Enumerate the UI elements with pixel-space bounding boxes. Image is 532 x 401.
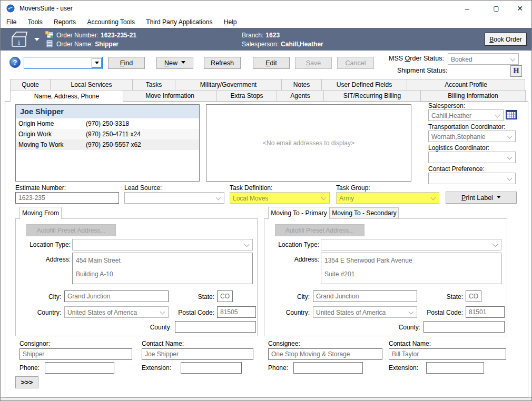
country-combo[interactable]: United States of America: [64, 306, 169, 318]
tab-sit-recurring-billing[interactable]: SIT/Recurring Billing: [323, 90, 421, 101]
close-button[interactable]: ✕: [508, 1, 532, 16]
tab-user-defined-fields[interactable]: User Defined Fields: [321, 79, 407, 90]
menu-tools[interactable]: Tools: [23, 16, 47, 28]
email-empty-placeholder: <No email addresses to display>: [263, 139, 354, 147]
address-label: Address:: [264, 256, 319, 263]
menu-help[interactable]: Help: [219, 16, 242, 28]
menu-reports[interactable]: Reports: [49, 16, 81, 28]
transportation-coordinator-combo[interactable]: Wornath,Stephanie: [428, 131, 516, 142]
country-label: Country:: [264, 309, 310, 316]
tab-name-address-phone[interactable]: Name, Address, Phone: [10, 90, 123, 102]
book-order-button[interactable]: Book Order: [485, 33, 527, 46]
expand-button[interactable]: >>>: [15, 376, 38, 388]
consignee-input[interactable]: [268, 348, 382, 360]
county-input[interactable]: [423, 321, 505, 333]
address-textarea[interactable]: 1354 E Sherwood Park Avenue Suite #201: [321, 253, 501, 284]
lead-source-combo[interactable]: [124, 192, 224, 204]
chevron-down-icon: [431, 195, 436, 200]
help-icon[interactable]: ?: [9, 57, 21, 68]
contact-preference-combo[interactable]: [428, 173, 516, 184]
triangle-down-icon: [181, 61, 185, 66]
branch-label: Branch:: [242, 32, 263, 39]
city-input[interactable]: [64, 290, 169, 302]
menu-accounting-tools[interactable]: Accounting Tools: [82, 16, 140, 28]
consignee-contact-name-input[interactable]: [389, 348, 506, 360]
country-combo[interactable]: United States of America: [313, 306, 417, 318]
state-input[interactable]: [217, 290, 233, 302]
estimate-number-label: Estimate Number:: [15, 184, 66, 192]
tab-tasks[interactable]: Tasks: [132, 79, 175, 90]
refresh-button[interactable]: Refresh: [204, 57, 241, 69]
order-name-label: Order Name:: [56, 41, 93, 48]
county-label: County:: [385, 324, 420, 331]
search-dropdown-button[interactable]: [92, 58, 102, 68]
country-label: Country:: [16, 309, 61, 316]
tab-agents[interactable]: Agents: [277, 90, 324, 101]
tab-local-services[interactable]: Local Services: [50, 79, 133, 90]
consignor-input[interactable]: [19, 348, 132, 360]
state-input[interactable]: [466, 290, 481, 302]
moving-from-group: Autofill Preset Address... Location Type…: [15, 218, 258, 336]
phone-row[interactable]: Moving To Work(970) 250-5557 x62: [16, 139, 199, 150]
consignee-extension-label: Extension:: [389, 364, 418, 372]
order-info-icon[interactable]: i: [9, 31, 31, 49]
postal-code-input[interactable]: [466, 306, 505, 318]
estimate-number-input[interactable]: [15, 192, 119, 204]
order-menu-caret-icon[interactable]: [34, 38, 40, 44]
tab-moving-to-primary[interactable]: Moving To - Primary: [268, 207, 330, 219]
tab-account-profile[interactable]: Account Profile: [407, 79, 525, 90]
calendar-icon[interactable]: [506, 110, 517, 121]
tab-moving-from[interactable]: Moving From: [19, 207, 62, 219]
postal-code-input[interactable]: [217, 306, 256, 318]
maximize-button[interactable]: ▢: [484, 1, 508, 16]
autofill-preset-address-button[interactable]: Autofill Preset Address...: [275, 224, 364, 236]
tab-move-information[interactable]: Move Information: [123, 90, 217, 101]
menu-file[interactable]: File: [2, 16, 21, 28]
homesafe-button[interactable]: H: [510, 65, 522, 77]
shipment-status-label: Shipment Status:: [397, 67, 447, 74]
edit-button[interactable]: Edit: [253, 57, 290, 69]
order-search-combo[interactable]: [24, 57, 103, 69]
minimize-button[interactable]: –: [455, 1, 479, 16]
moving-to-group: Autofill Preset Address... Location Type…: [264, 218, 507, 336]
tab-quote[interactable]: Quote: [10, 79, 51, 90]
tab-notes[interactable]: Notes: [281, 79, 322, 90]
consignee-extension-input[interactable]: [426, 362, 484, 374]
save-button[interactable]: Save: [295, 57, 332, 69]
menu-third-party-applications[interactable]: Third Party Applications: [141, 16, 217, 28]
consignee-phone-input[interactable]: [293, 362, 363, 374]
print-label-button[interactable]: Print Label: [446, 192, 517, 204]
mss-order-status-combo[interactable]: Booked: [448, 53, 519, 65]
task-definition-label: Task Definition:: [230, 184, 272, 192]
location-type-combo[interactable]: [72, 239, 253, 250]
tab-billing-information[interactable]: Billing Information: [420, 90, 526, 101]
task-definition-combo[interactable]: Local Moves: [230, 192, 330, 204]
phone-row[interactable]: Origin Home(970) 250-3318: [16, 118, 199, 129]
status-strip: [1, 397, 531, 401]
salesperson-combo[interactable]: Cahill,Heather: [428, 109, 504, 121]
state-label: State:: [185, 293, 214, 300]
new-button[interactable]: New: [156, 57, 193, 69]
tab-moving-to-secondary[interactable]: Moving To - Secondary: [330, 207, 399, 218]
tab-military-government[interactable]: Military/Government: [175, 79, 282, 90]
order-name-value: Shipper: [95, 41, 119, 48]
consignee-phone-label: Phone:: [268, 364, 288, 372]
address-textarea[interactable]: 454 Main Street Building A-10: [72, 253, 253, 284]
city-input[interactable]: [313, 290, 417, 302]
consignor-extension-input[interactable]: [181, 362, 242, 374]
tab-extra-stops[interactable]: Extra Stops: [216, 90, 277, 101]
cancel-button[interactable]: Cancel: [337, 57, 374, 69]
find-button[interactable]: Find: [108, 57, 145, 69]
search-input[interactable]: [25, 58, 91, 68]
task-group-combo[interactable]: Army: [336, 192, 439, 204]
consignor-phone-input[interactable]: [45, 362, 114, 374]
logistics-coordinator-combo[interactable]: [428, 152, 516, 163]
autofill-preset-address-button[interactable]: Autofill Preset Address...: [26, 224, 116, 236]
county-input[interactable]: [175, 321, 256, 333]
address-label: Address:: [16, 256, 71, 263]
consignor-contact-name-input[interactable]: [142, 348, 253, 360]
location-type-combo[interactable]: [321, 239, 501, 250]
phone-row[interactable]: Origin Work(970) 250-4711 x24: [16, 129, 199, 139]
contact-name-header: Joe Shipper: [16, 105, 199, 118]
triangle-down-icon: [95, 62, 99, 66]
